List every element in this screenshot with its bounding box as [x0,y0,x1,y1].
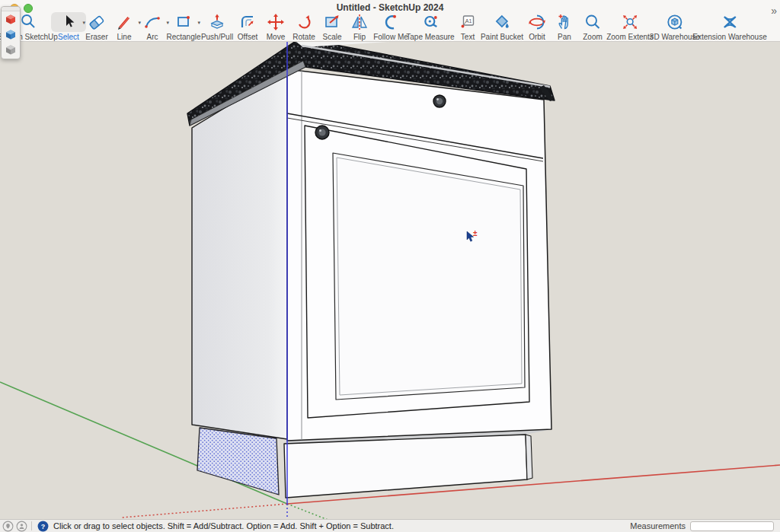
toolbar-item-label: Orbit [529,33,545,41]
toolbar-item-label: Rectangle [166,33,200,41]
paintbucket-icon [484,12,519,32]
toolbar-item-flip[interactable]: Flip [342,12,377,41]
statusbar-separator [31,521,32,530]
svg-text:?: ? [41,522,45,530]
plinth-right-end[interactable] [526,435,532,479]
floating-palette [1,6,21,59]
toolbar-item-paint-bucket[interactable]: Paint Bucket [481,12,523,41]
toolbar-item-label: Paint Bucket [481,33,523,41]
toolbar-item-zoom[interactable]: Zoom [575,12,610,41]
door-knob[interactable] [315,126,329,139]
svg-text:±: ± [473,229,478,237]
toolbar: Search SketchUp ▾ Select Eraser ▾ Line ▾… [0,12,780,42]
model-viewport[interactable]: ± [0,42,780,519]
drawer-knob[interactable] [433,95,446,107]
toolbar-item-label: Pan [558,33,571,41]
measurements-label: Measurements [630,521,686,530]
toolbar-item-label: Arc [147,33,158,41]
svg-text:A1: A1 [465,18,472,24]
red-cube-icon [5,14,17,26]
tapemeasure-icon [413,12,448,32]
help-icon[interactable]: ? [37,521,49,532]
toolbar-item-label: Line [117,33,132,41]
sketchup-window: Untitled - SketchUp 2024 Search SketchUp… [0,0,780,532]
extwarehouse-icon [712,12,747,32]
location-icon[interactable] [2,521,14,532]
toolbar-item-label: Zoom [583,33,603,41]
toolbar-item-follow-me[interactable]: Follow Me [373,12,408,41]
toolbar-item-label: Flip [353,33,366,41]
gray-cube-icon [5,44,17,56]
toolbar-item-label: Zoom Extents [606,33,654,41]
toolbar-item-arc[interactable]: ▾ Arc [135,12,170,41]
toolbar-overflow-chevron-icon[interactable]: » [771,5,777,17]
window-title: Untitled - SketchUp 2024 [0,2,780,13]
measurements-input[interactable] [690,521,774,531]
toolbar-item-zoom-extents[interactable]: Zoom Extents [606,12,654,41]
toolbar-item-label: Extension Warehouse [692,33,766,41]
flip-icon [342,12,377,32]
status-bar: ? Click or drag to select objects. Shift… [0,519,780,532]
rectangle-icon: ▾ [166,12,201,32]
toolbar-item-label: Follow Me [373,33,408,41]
toolbar-item-label: Rotate [292,33,315,41]
toolbar-item-rectangle[interactable]: ▾ Rectangle [166,12,201,41]
toolbar-item-label: Eraser [85,33,107,41]
palette-button-gray-cube[interactable] [3,43,18,57]
palette-titlebar[interactable] [2,7,20,11]
title-toolbar-header: Untitled - SketchUp 2024 Search SketchUp… [0,0,780,42]
status-hint-text: Click or drag to select objects. Shift =… [53,521,394,530]
cabinet-model[interactable] [187,42,555,498]
door-inner-panel[interactable] [333,153,525,400]
palette-button-red-cube[interactable] [3,12,18,27]
toolbar-item-label: Offset [238,33,258,41]
toolbar-item-label: Tape Measure [406,33,454,41]
zoom-icon [575,12,610,32]
attribution-icon[interactable] [16,521,27,532]
followme-icon [373,12,408,32]
palette-button-blue-cube[interactable] [3,27,18,42]
zoomextents-icon [612,12,647,32]
toolbar-item-extension-warehouse[interactable]: Extension Warehouse [692,12,766,41]
toolbar-item-label: Scale [322,33,341,41]
cabinet-side-panel[interactable] [192,70,287,439]
toolbar-item-label: Push/Pull [201,33,233,41]
toolbar-item-label: Move [267,33,285,41]
arc-icon: ▾ [135,12,170,32]
warehouse3d-icon [657,12,692,32]
toolbar-item-label: Select [58,33,79,41]
blue-cube-icon [5,29,17,41]
toolbar-item-label: Text [461,33,475,41]
toolbar-item-tape-measure[interactable]: Tape Measure [406,12,454,41]
